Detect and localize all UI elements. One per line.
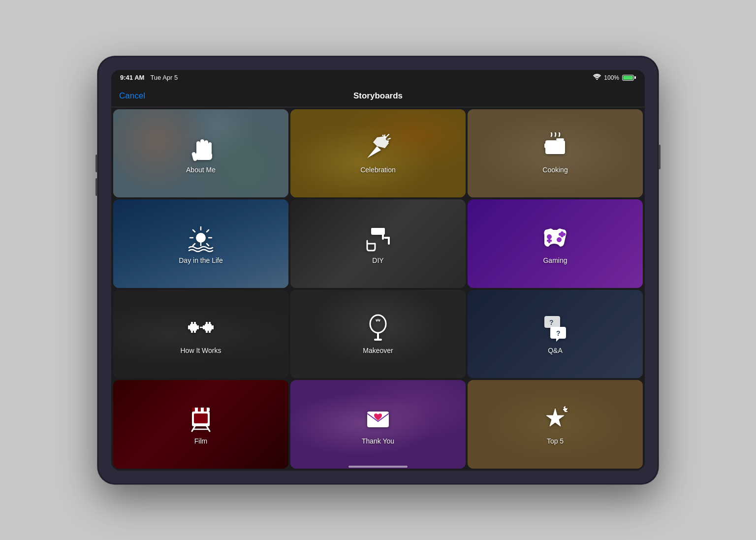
diy-label: DIY [372,256,383,264]
party-icon [363,132,393,162]
day-in-life-label: Day in the Life [179,256,223,264]
svg-line-75 [564,407,565,408]
svg-rect-46 [197,325,199,329]
grid-item-diy[interactable]: DIY [290,199,466,288]
grid-item-qa[interactable]: ? ? Q&A [468,290,643,379]
grid-item-celebration[interactable]: Celebration [290,109,466,198]
svg-rect-67 [198,408,201,412]
grid-item-about-me[interactable]: About Me [113,109,288,198]
svg-rect-45 [188,325,190,329]
svg-rect-42 [194,322,196,324]
svg-rect-2 [200,139,204,154]
day-in-life-content: Day in the Life [113,199,288,288]
mirror-icon [363,313,393,343]
status-time: 9:41 AM [120,74,144,81]
svg-rect-14 [545,140,565,154]
svg-rect-3 [204,140,208,154]
svg-line-60 [376,319,377,321]
grid-item-top5[interactable]: Top 5 [468,380,643,469]
how-it-works-label: How It Works [181,347,221,354]
makeover-label: Makeover [363,347,393,354]
svg-rect-58 [374,339,382,341]
thank-you-label: Thank You [362,437,394,445]
about-me-content: About Me [113,109,288,198]
qa-icon: ? ? [540,313,570,343]
svg-line-12 [388,138,390,139]
gears-icon [186,313,216,343]
makeover-content: Makeover [290,290,466,379]
svg-line-22 [193,230,195,232]
navigation-bar: Cancel Storyboards [111,86,645,107]
cooking-icon [540,132,570,162]
svg-rect-5 [195,152,212,160]
svg-rect-53 [209,331,211,333]
svg-rect-69 [194,413,208,423]
qa-content: ? ? Q&A [468,290,643,379]
svg-marker-7 [373,136,389,148]
battery-icon [622,75,636,81]
cancel-button[interactable]: Cancel [119,91,145,101]
svg-rect-40 [190,324,197,331]
grid-item-film[interactable]: Film [113,380,288,469]
svg-rect-68 [204,408,207,412]
svg-rect-28 [382,230,384,240]
celebration-content: Celebration [290,109,466,198]
grid-item-day-in-life[interactable]: Day in the Life [113,199,288,288]
storyboard-grid: About Me [111,107,645,471]
svg-line-23 [207,244,209,246]
diy-content: DIY [290,199,466,288]
wave-icon [186,132,216,162]
svg-marker-6 [367,146,381,158]
grid-item-how-it-works[interactable]: How It Works [113,290,288,379]
top5-content: Top 5 [468,380,643,469]
svg-rect-51 [209,322,211,324]
svg-text:?: ? [556,329,561,337]
wifi-icon [593,74,601,81]
status-date: Tue Apr 5 [150,74,178,81]
volume-up-button[interactable] [95,155,97,172]
ipad-device: 9:41 AM Tue Apr 5 100% [97,56,659,484]
svg-rect-30 [388,237,390,245]
svg-rect-27 [371,228,385,230]
svg-point-10 [382,135,384,136]
svg-rect-57 [377,333,379,340]
svg-point-56 [370,315,386,333]
svg-rect-50 [206,322,208,324]
svg-rect-55 [212,325,214,329]
film-label: Film [194,437,207,445]
svg-line-24 [207,230,209,232]
cooking-content: Cooking [468,109,643,198]
ipad-shell: 9:41 AM Tue Apr 5 100% [97,56,659,484]
grid-item-gaming[interactable]: Gaming [468,199,643,288]
about-me-label: About Me [186,166,216,174]
cooking-label: Cooking [542,166,567,174]
svg-line-11 [387,134,389,136]
gaming-content: Gaming [468,199,643,288]
grid-item-makeover[interactable]: Makeover [290,290,466,379]
star-icon [540,404,570,433]
sunrise-icon [186,223,216,253]
svg-rect-49 [205,324,212,331]
svg-line-25 [193,244,195,246]
svg-rect-16 [556,138,564,140]
volume-down-button[interactable] [95,178,97,196]
gamepad-icon [540,223,570,253]
envelope-icon [363,404,393,433]
status-right: 100% [593,74,636,81]
svg-rect-35 [548,238,550,243]
svg-rect-66 [192,408,195,412]
celebration-label: Celebration [360,166,396,174]
svg-rect-15 [544,143,547,148]
grid-item-thank-you[interactable]: Thank You [290,380,466,469]
diy-icon [363,223,393,253]
gaming-label: Gaming [543,256,567,264]
screen: 9:41 AM Tue Apr 5 100% [111,70,645,471]
how-it-works-content: How It Works [113,290,288,379]
power-button[interactable] [659,145,661,169]
svg-point-39 [563,233,566,236]
qa-label: Q&A [548,347,563,354]
svg-marker-74 [546,409,564,426]
grid-item-cooking[interactable]: Cooking [468,109,643,198]
svg-text:?: ? [549,318,554,326]
svg-rect-41 [191,322,193,324]
